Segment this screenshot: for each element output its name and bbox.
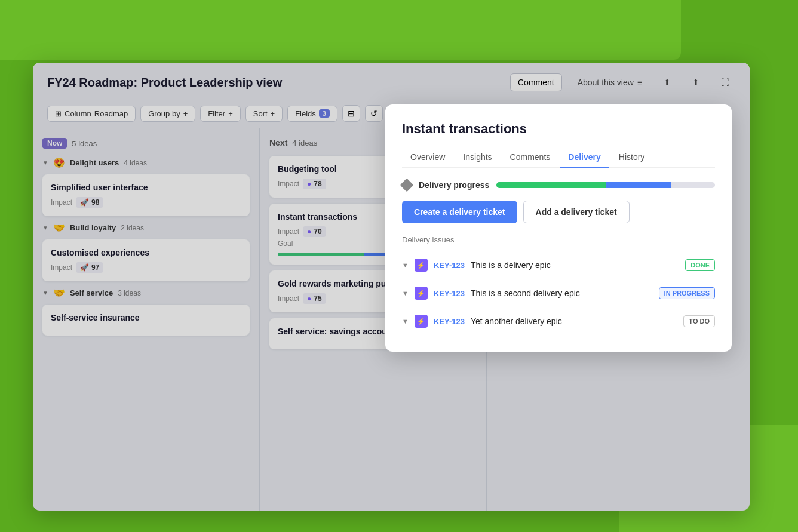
add-delivery-ticket-button[interactable]: Add a delivery ticket: [523, 201, 630, 223]
delivery-issues-label: Delivery issues: [402, 235, 715, 244]
action-buttons: Create a delivery ticket Add a delivery …: [402, 201, 715, 223]
issue-title-3: Yet another delivery epic: [471, 316, 677, 326]
progress-fill-green: [496, 182, 606, 188]
issue-icon-2: ⚡: [415, 287, 428, 300]
status-badge-in-progress: IN PROGRESS: [659, 287, 715, 299]
tab-delivery[interactable]: Delivery: [560, 147, 609, 168]
issue-chevron-2[interactable]: ▼: [402, 290, 409, 297]
issue-key-3: KEY-123: [434, 317, 465, 326]
tab-overview[interactable]: Overview: [402, 147, 453, 168]
status-badge-to-do: TO DO: [683, 315, 715, 327]
issue-icon-3: ⚡: [415, 315, 428, 328]
issue-chevron-1[interactable]: ▼: [402, 262, 409, 269]
modal-tabs: Overview Insights Comments Delivery Hist…: [402, 147, 715, 168]
delivery-issue-2: ▼ ⚡ KEY-123 This is a second delivery ep…: [402, 279, 715, 307]
tab-insights[interactable]: Insights: [455, 147, 500, 168]
progress-label: Delivery progress: [419, 180, 489, 190]
issue-key-1: KEY-123: [434, 261, 465, 270]
tab-comments[interactable]: Comments: [502, 147, 559, 168]
delivery-issue-3: ▼ ⚡ KEY-123 Yet another delivery epic TO…: [402, 307, 715, 335]
progress-bar: [496, 182, 715, 188]
delivery-modal: Instant transactions Overview Insights C…: [385, 104, 732, 352]
issue-icon-1: ⚡: [415, 259, 428, 272]
delivery-progress-row: Delivery progress: [402, 180, 715, 190]
modal-backdrop: Instant transactions Overview Insights C…: [33, 63, 750, 511]
diamond-icon: [400, 179, 414, 192]
modal-title: Instant transactions: [402, 121, 715, 137]
progress-fill-blue: [606, 182, 671, 188]
issue-chevron-3[interactable]: ▼: [402, 318, 409, 325]
issue-title-2: This is a second delivery epic: [471, 288, 653, 298]
delivery-issue-1: ▼ ⚡ KEY-123 This is a delivery epic DONE: [402, 251, 715, 279]
issue-title-1: This is a delivery epic: [471, 260, 679, 270]
create-delivery-ticket-button[interactable]: Create a delivery ticket: [402, 201, 517, 223]
app-window: FY24 Roadmap: Product Leadership view Co…: [33, 63, 750, 511]
status-badge-done: DONE: [685, 259, 715, 271]
issue-key-2: KEY-123: [434, 289, 465, 298]
tab-history[interactable]: History: [610, 147, 653, 168]
